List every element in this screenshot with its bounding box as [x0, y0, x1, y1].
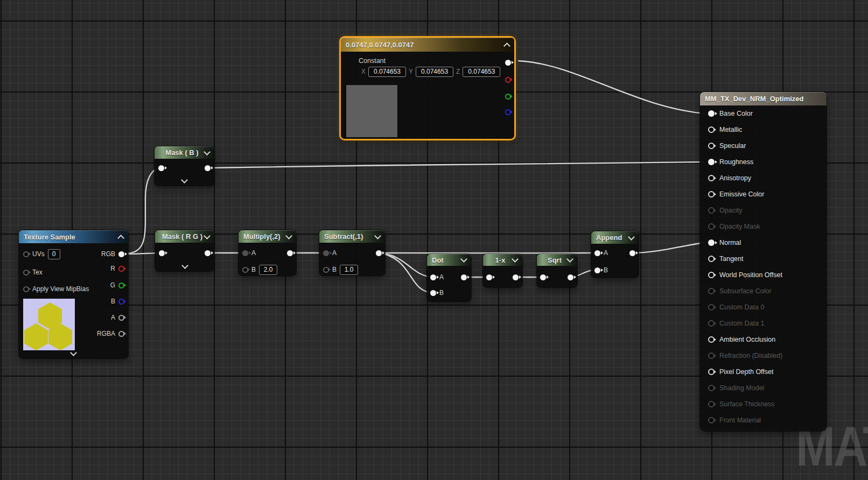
- one-minus-x-input-pin[interactable]: [486, 274, 492, 280]
- dropdown-chevron-icon[interactable]: [285, 232, 292, 239]
- one-minus-x-output-pin[interactable]: [513, 274, 519, 280]
- multiply-output-pin[interactable]: [287, 250, 293, 256]
- node-mask-b-header[interactable]: Mask ( B ): [155, 146, 214, 159]
- surface-thickness-input-pin[interactable]: [708, 401, 715, 407]
- constant-g-output-pin[interactable]: [505, 94, 511, 100]
- constant-r-output-pin[interactable]: [505, 77, 511, 83]
- node-multiply-header[interactable]: Multiply(,2): [239, 230, 296, 243]
- subtract-output-pin[interactable]: [376, 250, 382, 256]
- r-output-pin[interactable]: [118, 266, 124, 272]
- node-material-header[interactable]: MM_TX_Dev_NRM_Optimized: [700, 92, 827, 105]
- wire-append-to-normal[interactable]: [633, 243, 704, 253]
- wire-constant-to-basecolor[interactable]: [518, 61, 704, 114]
- front-material-input-pin[interactable]: [708, 417, 715, 423]
- dropdown-chevron-icon[interactable]: [204, 149, 211, 156]
- constant-rgb-output-pin[interactable]: [505, 60, 511, 66]
- shading-model-input-pin[interactable]: [708, 385, 715, 391]
- anisotropy-input-pin[interactable]: [708, 175, 715, 181]
- uvs-input-pin[interactable]: [23, 251, 29, 257]
- wire-mask-b-to-roughness[interactable]: [208, 162, 704, 168]
- metallic-input-pin[interactable]: [708, 126, 715, 133]
- subtract-a-input-pin[interactable]: [323, 250, 329, 256]
- subsurface-color-input-pin[interactable]: [708, 288, 715, 294]
- mask-b-output-pin[interactable]: [205, 165, 211, 171]
- refraction-disabled-input-pin[interactable]: [708, 352, 715, 359]
- node-texture-sample-header[interactable]: Texture Sample: [19, 230, 128, 243]
- dot-output-pin[interactable]: [461, 274, 467, 280]
- ambient-occlusion-input-pin[interactable]: [708, 336, 715, 343]
- base-color-input-pin[interactable]: [708, 110, 715, 117]
- expand-advanced-button[interactable]: [71, 351, 77, 356]
- node-multiply[interactable]: Multiply(,2) A B: [239, 230, 296, 276]
- node-texture-sample[interactable]: Texture Sample UVs Tex Apply View MipBia…: [19, 230, 128, 358]
- multiply-b-value-field[interactable]: [259, 265, 277, 275]
- collapse-chevron-up-icon[interactable]: [117, 235, 124, 242]
- node-one-minus-x[interactable]: 1-x: [483, 254, 522, 287]
- rgb-output-pin[interactable]: [118, 251, 124, 257]
- dot-b-input-pin[interactable]: [430, 290, 436, 296]
- append-b-input-pin[interactable]: [594, 267, 600, 273]
- node-subtract[interactable]: Subtract(,1) A B: [319, 230, 385, 276]
- specular-input-pin[interactable]: [708, 143, 715, 149]
- node-dot-header[interactable]: Dot: [427, 254, 471, 266]
- sqrt-output-pin[interactable]: [568, 274, 573, 280]
- dot-a-input-pin[interactable]: [430, 274, 436, 280]
- node-mask-rg-header[interactable]: Mask ( R G ): [155, 230, 214, 243]
- opacity-mask-input-pin[interactable]: [708, 223, 715, 230]
- node-append-header[interactable]: Append: [591, 231, 639, 244]
- node-subtract-header[interactable]: Subtract(,1): [319, 230, 385, 243]
- tex-input-pin[interactable]: [23, 270, 29, 276]
- custom-data-1-input-pin[interactable]: [708, 320, 715, 327]
- normal-input-pin[interactable]: [708, 239, 715, 246]
- mipbias-input-pin[interactable]: [23, 286, 29, 292]
- node-material-result[interactable]: MM_TX_Dev_NRM_Optimized Base ColorMetall…: [700, 92, 827, 431]
- expand-advanced-button[interactable]: [181, 264, 188, 269]
- material-graph-canvas[interactable]: MAT 0.0747,0.0747,0.0747 Constant X Y Z: [0, 0, 868, 480]
- rgba-output-pin[interactable]: [118, 331, 124, 337]
- constant-z-field[interactable]: [463, 67, 500, 77]
- append-output-pin[interactable]: [629, 250, 635, 256]
- collapse-chevron-up-icon[interactable]: [503, 43, 510, 50]
- roughness-input-pin[interactable]: [708, 159, 715, 165]
- mask-b-input-pin[interactable]: [158, 165, 164, 171]
- node-sqrt-header[interactable]: Sqrt: [537, 254, 577, 266]
- node-append[interactable]: Append A B: [591, 231, 639, 278]
- wire-subtract-to-dot-a[interactable]: [379, 253, 432, 277]
- tangent-input-pin[interactable]: [708, 256, 715, 262]
- dropdown-chevron-icon[interactable]: [628, 234, 635, 241]
- node-dot[interactable]: Dot A B: [427, 254, 471, 301]
- opacity-input-pin[interactable]: [708, 207, 715, 214]
- constant-b-output-pin[interactable]: [505, 109, 511, 115]
- constant-y-field[interactable]: [416, 67, 453, 77]
- multiply-a-input-pin[interactable]: [242, 250, 248, 256]
- node-sqrt[interactable]: Sqrt: [537, 254, 577, 287]
- wire-subtract-to-dot-b[interactable]: [379, 253, 432, 293]
- node-mask-b[interactable]: Mask ( B ): [155, 146, 214, 186]
- expand-advanced-button[interactable]: [181, 178, 188, 183]
- dropdown-chevron-icon[interactable]: [566, 256, 573, 263]
- dropdown-chevron-icon[interactable]: [460, 256, 467, 263]
- uvs-value-field[interactable]: [48, 249, 60, 259]
- dropdown-chevron-icon[interactable]: [374, 232, 381, 239]
- mask-rg-input-pin[interactable]: [159, 250, 165, 256]
- append-a-input-pin[interactable]: [594, 250, 600, 256]
- pixel-depth-offset-input-pin[interactable]: [708, 369, 715, 375]
- b-output-pin[interactable]: [118, 299, 124, 305]
- subtract-b-value-field[interactable]: [340, 265, 358, 275]
- subtract-b-input-pin[interactable]: [323, 267, 329, 273]
- node-mask-rg[interactable]: Mask ( R G ): [155, 230, 214, 271]
- node-constant-header[interactable]: 0.0747,0.0747,0.0747: [341, 38, 514, 52]
- g-output-pin[interactable]: [118, 283, 124, 288]
- node-one-minus-x-header[interactable]: 1-x: [483, 254, 522, 266]
- custom-data-0-input-pin[interactable]: [708, 304, 715, 310]
- world-position-offset-input-pin[interactable]: [708, 272, 715, 278]
- dropdown-chevron-icon[interactable]: [204, 232, 211, 239]
- node-constant[interactable]: 0.0747,0.0747,0.0747 Constant X Y Z: [341, 38, 514, 139]
- dropdown-chevron-icon[interactable]: [512, 256, 519, 263]
- mask-rg-output-pin[interactable]: [205, 250, 211, 256]
- multiply-b-input-pin[interactable]: [242, 267, 248, 273]
- constant-x-field[interactable]: [368, 67, 406, 77]
- emissive-color-input-pin[interactable]: [708, 191, 715, 197]
- a-output-pin[interactable]: [118, 315, 124, 321]
- sqrt-input-pin[interactable]: [540, 274, 546, 280]
